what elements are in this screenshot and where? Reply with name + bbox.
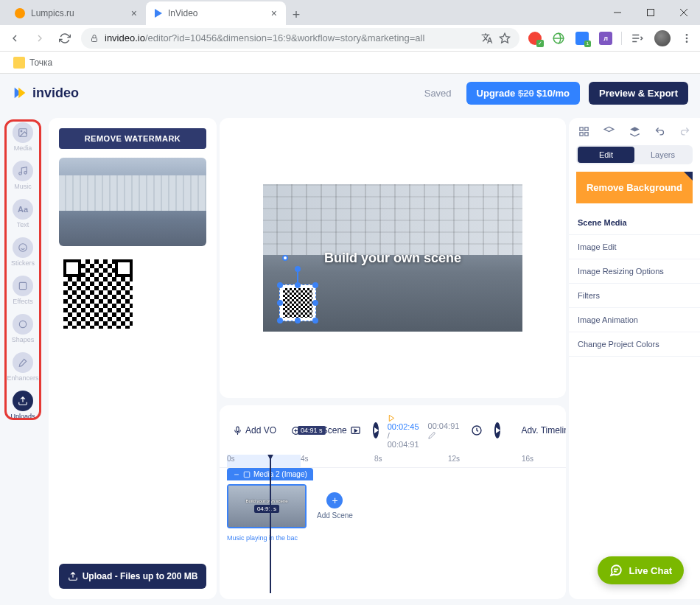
layers-front-icon[interactable] — [627, 124, 643, 139]
preview-export-button[interactable]: Preview & Export — [589, 82, 688, 105]
sticker-icon — [13, 237, 33, 258]
star-icon[interactable] — [499, 32, 511, 44]
svg-rect-33 — [244, 472, 250, 478]
profile-avatar[interactable] — [653, 29, 672, 48]
canvas-text: Build your own scene — [324, 251, 461, 266]
panel-tabs: Edit Layers — [576, 145, 693, 164]
timeline-clip[interactable]: ••• Build your own scene 04:91 s — [227, 484, 307, 528]
shapes-icon — [13, 314, 33, 335]
track-header[interactable]: Media 2 (Image) — [227, 468, 313, 480]
upgrade-button[interactable]: Upgrade $20 $10/mo — [466, 82, 580, 105]
svg-rect-22 — [237, 427, 239, 432]
redo-icon[interactable] — [677, 124, 693, 139]
extension-icon[interactable]: 1 — [574, 30, 590, 46]
selected-element-qr[interactable] — [279, 284, 316, 321]
origin-handle[interactable] — [282, 255, 288, 261]
image-icon — [243, 471, 251, 478]
grid-icon[interactable] — [576, 124, 592, 139]
close-icon[interactable]: × — [131, 7, 137, 19]
undo-icon[interactable] — [652, 124, 668, 139]
tab-layers[interactable]: Layers — [634, 147, 691, 163]
rail-item-shapes[interactable]: Shapes — [12, 311, 35, 346]
rail-item-effects[interactable]: Effects — [13, 273, 33, 308]
svg-rect-34 — [580, 127, 583, 130]
resize-handle[interactable] — [312, 282, 318, 288]
layers-back-icon[interactable] — [601, 124, 617, 139]
resize-handle[interactable] — [295, 318, 301, 324]
upload-button[interactable]: Upload - Files up to 200 MB — [59, 564, 206, 589]
play-all-button[interactable] — [494, 422, 500, 438]
bookmark-item[interactable]: Точка — [9, 55, 57, 70]
adv-timeline-button[interactable]: Adv. Timeline — [518, 423, 566, 438]
extension-icon[interactable]: л — [598, 30, 614, 46]
url-bar[interactable]: invideo.io/editor?id=10456&dimension=16:… — [81, 28, 519, 49]
close-window-button[interactable] — [667, 0, 700, 25]
extension-icon[interactable] — [550, 30, 567, 46]
menu-icon[interactable] — [679, 31, 694, 46]
music-track-label[interactable]: Music playing in the bac — [220, 531, 566, 545]
svg-rect-35 — [585, 127, 588, 130]
browser-tab-lumpics[interactable]: Lumpics.ru × — [6, 1, 146, 25]
enhancers-icon — [13, 352, 33, 373]
svg-marker-14 — [18, 88, 25, 99]
svg-rect-20 — [19, 282, 26, 289]
reload-button[interactable] — [56, 29, 74, 47]
extension-icon[interactable]: ✓ — [527, 30, 543, 46]
rail-item-stickers[interactable]: Stickers — [11, 234, 35, 270]
bookmark-label: Точка — [29, 57, 52, 68]
upload-thumbnail-qr[interactable] — [59, 255, 137, 333]
upload-icon — [13, 391, 33, 411]
app-header: invideo Saved Upgrade $20 $10/mo Preview… — [0, 74, 700, 112]
chat-icon — [609, 564, 623, 577]
rail-item-uploads[interactable]: Uploads — [10, 388, 35, 423]
bookmarks-bar: Точка — [0, 52, 700, 74]
translate-icon[interactable] — [481, 32, 493, 44]
minimize-button[interactable] — [601, 0, 634, 25]
time-display: 00:02:45 / 00:04:91 — [388, 413, 419, 449]
section-filters[interactable]: Filters — [569, 284, 700, 308]
rail-item-enhancers[interactable]: Enhancers — [7, 349, 38, 385]
section-resizing[interactable]: Image Resizing Options — [569, 259, 700, 284]
maximize-button[interactable] — [634, 0, 667, 25]
remove-background-button[interactable]: Remove Background — [576, 172, 693, 203]
remove-watermark-button[interactable]: REMOVE WATERMARK — [59, 128, 206, 149]
svg-rect-36 — [580, 133, 583, 136]
close-icon[interactable]: × — [271, 7, 277, 19]
section-image-edit[interactable]: Image Edit — [569, 235, 700, 259]
back-button[interactable] — [6, 29, 24, 47]
svg-point-18 — [24, 172, 27, 175]
rail-item-music[interactable]: Music — [13, 158, 33, 193]
resize-handle[interactable] — [277, 282, 283, 288]
history-button[interactable] — [468, 422, 486, 438]
section-scene-media[interactable]: Scene Media — [569, 211, 700, 235]
upload-thumbnail-video[interactable] — [59, 158, 206, 246]
play-button[interactable] — [373, 422, 379, 438]
tab-title: InVideo — [168, 8, 197, 18]
uploads-panel: REMOVE WATERMARK Upload - Files up to 20… — [49, 118, 217, 599]
rail-item-media[interactable]: Media — [13, 119, 33, 155]
live-chat-button[interactable]: Live Chat — [598, 556, 684, 584]
browser-tab-invideo[interactable]: InVideo × — [146, 1, 286, 25]
canvas[interactable]: Build your own scene — [263, 184, 522, 332]
svg-point-10 — [686, 34, 688, 36]
timeline-ruler[interactable]: 0s 4s 8s 12s 16s 20s — [220, 455, 566, 468]
resize-handle[interactable] — [312, 318, 318, 324]
new-tab-button[interactable]: + — [286, 4, 307, 25]
resize-handle[interactable] — [277, 318, 283, 324]
rail-item-text[interactable]: AaText — [13, 196, 33, 231]
forward-button[interactable] — [31, 29, 49, 47]
properties-panel: Edit Layers Remove Background Scene Medi… — [569, 118, 700, 599]
reading-list-icon[interactable] — [629, 30, 645, 46]
resize-handle[interactable] — [312, 300, 318, 306]
brand-logo[interactable]: invideo — [12, 85, 79, 101]
section-animation[interactable]: Image Animation — [569, 308, 700, 332]
add-vo-button[interactable]: Add VO — [230, 423, 279, 438]
lock-icon — [90, 34, 99, 43]
add-scene-inline[interactable]: + Add Scene — [317, 492, 353, 520]
resize-handle[interactable] — [277, 300, 283, 306]
svg-point-17 — [19, 172, 22, 175]
resize-handle[interactable] — [295, 282, 301, 288]
section-colors[interactable]: Change Project Colors — [569, 332, 700, 357]
rotate-handle[interactable] — [295, 266, 301, 272]
tab-edit[interactable]: Edit — [578, 147, 634, 163]
